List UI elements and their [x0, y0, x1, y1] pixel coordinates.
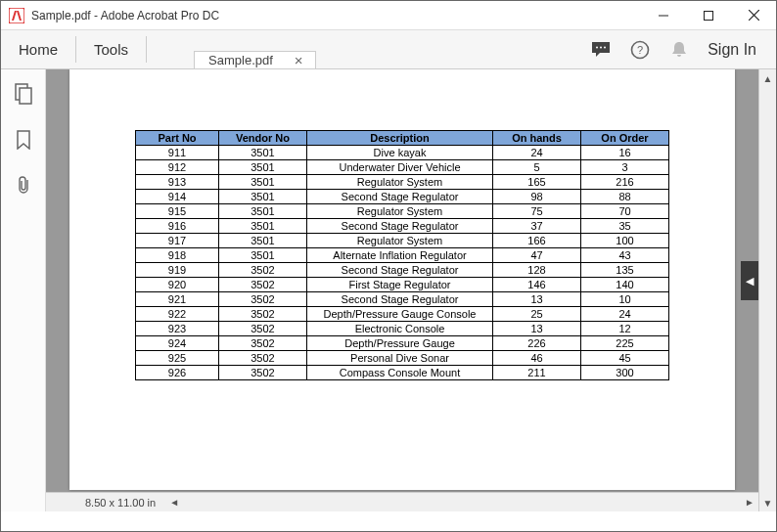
table-cell: 146	[493, 278, 581, 292]
table-cell: 24	[493, 146, 581, 160]
table-cell: 47	[493, 248, 581, 263]
svg-point-6	[600, 46, 602, 48]
home-button[interactable]: Home	[1, 30, 75, 68]
table-cell: 43	[581, 248, 669, 263]
horizontal-scrollbar[interactable]: ◄ ►	[165, 496, 758, 510]
table-row: 9143501Second Stage Regulator9888	[136, 190, 669, 204]
table-row: 9233502Electronic Console1312	[136, 322, 669, 336]
close-button[interactable]	[731, 1, 776, 30]
table-cell: 3502	[219, 322, 307, 336]
column-header: Vendor No	[219, 131, 307, 146]
table-cell: 24	[581, 307, 669, 322]
table-row: 9113501Dive kayak2416	[136, 146, 669, 160]
column-header: On hands	[493, 131, 581, 146]
table-cell: 3501	[219, 190, 307, 204]
table-cell: 37	[493, 219, 581, 234]
table-cell: 226	[493, 336, 581, 351]
help-icon[interactable]: ?	[629, 39, 651, 61]
attachment-icon[interactable]	[15, 175, 32, 199]
main-toolbar: Home Tools Sample.pdf × ? Sign In	[1, 30, 776, 69]
table-cell: Depth/Pressure Gauge	[307, 336, 493, 351]
table-cell: 3501	[219, 204, 307, 219]
tab-label: Sample.pdf	[208, 53, 273, 67]
table-cell: Regulator System	[307, 204, 493, 219]
table-cell: 924	[136, 336, 219, 351]
document-viewport[interactable]: Part NoVendor NoDescriptionOn handsOn Or…	[46, 69, 758, 492]
table-cell: 3502	[219, 292, 307, 307]
table-cell: Second Stage Regulator	[307, 190, 493, 204]
table-cell: 916	[136, 219, 219, 234]
scroll-right-icon[interactable]: ►	[741, 497, 758, 508]
table-cell: 919	[136, 263, 219, 278]
table-cell: 913	[136, 175, 219, 190]
table-cell: 912	[136, 160, 219, 175]
table-cell: Depth/Pressure Gauge Console	[307, 307, 493, 322]
table-row: 9253502Personal Dive Sonar4645	[136, 351, 669, 366]
table-cell: Personal Dive Sonar	[307, 351, 493, 366]
table-row: 9183501Alternate Inflation Regulator4743	[136, 248, 669, 263]
data-table: Part NoVendor NoDescriptionOn handsOn Or…	[135, 130, 669, 380]
column-header: Description	[307, 131, 493, 146]
bookmark-icon[interactable]	[16, 130, 31, 154]
vertical-scrollbar[interactable]: ▲ ▼	[758, 69, 776, 511]
scroll-left-icon[interactable]: ◄	[165, 497, 183, 508]
table-row: 9163501Second Stage Regulator3735	[136, 219, 669, 234]
table-cell: 13	[493, 322, 581, 336]
bell-icon[interactable]	[668, 39, 690, 61]
table-cell: 98	[493, 190, 581, 204]
table-cell: Second Stage Regulator	[307, 292, 493, 307]
table-cell: 211	[493, 366, 581, 380]
thumbnails-icon[interactable]	[14, 83, 33, 109]
table-cell: 12	[581, 322, 669, 336]
table-cell: 3501	[219, 175, 307, 190]
comment-icon[interactable]	[590, 39, 612, 61]
table-cell: 3501	[219, 248, 307, 263]
document-tab[interactable]: Sample.pdf ×	[194, 51, 316, 68]
table-cell: 5	[493, 160, 581, 175]
table-row: 9153501Regulator System7570	[136, 204, 669, 219]
table-cell: 917	[136, 234, 219, 248]
tools-button[interactable]: Tools	[76, 30, 146, 68]
tools-pane-toggle[interactable]: ◀	[741, 261, 758, 300]
svg-text:?: ?	[637, 44, 643, 56]
table-cell: 921	[136, 292, 219, 307]
table-cell: 88	[581, 190, 669, 204]
table-row: 9223502Depth/Pressure Gauge Console2524	[136, 307, 669, 322]
minimize-button[interactable]	[641, 1, 686, 30]
scroll-down-icon[interactable]: ▼	[759, 494, 776, 511]
table-cell: Underwater Diver Vehicle	[307, 160, 493, 175]
table-cell: 140	[581, 278, 669, 292]
table-cell: Second Stage Regulator	[307, 219, 493, 234]
app-icon	[9, 8, 24, 23]
table-cell: 135	[581, 263, 669, 278]
table-row: 9193502Second Stage Regulator128135	[136, 263, 669, 278]
table-cell: 3502	[219, 336, 307, 351]
pdf-page: Part NoVendor NoDescriptionOn handsOn Or…	[69, 69, 735, 490]
table-cell: 925	[136, 351, 219, 366]
table-cell: 3502	[219, 278, 307, 292]
table-cell: 920	[136, 278, 219, 292]
maximize-button[interactable]	[686, 1, 731, 30]
table-row: 9173501Regulator System166100	[136, 234, 669, 248]
column-header: Part No	[136, 131, 219, 146]
table-cell: First Stage Regulator	[307, 278, 493, 292]
table-cell: 46	[493, 351, 581, 366]
table-cell: Regulator System	[307, 175, 493, 190]
table-cell: 70	[581, 204, 669, 219]
table-cell: Alternate Inflation Regulator	[307, 248, 493, 263]
scroll-up-icon[interactable]: ▲	[759, 69, 776, 87]
table-cell: 915	[136, 204, 219, 219]
table-row: 9243502Depth/Pressure Gauge226225	[136, 336, 669, 351]
window-titlebar: Sample.pdf - Adobe Acrobat Pro DC	[1, 1, 776, 30]
table-cell: 914	[136, 190, 219, 204]
table-cell: 35	[581, 219, 669, 234]
table-cell: Second Stage Regulator	[307, 263, 493, 278]
table-cell: 166	[493, 234, 581, 248]
signin-button[interactable]: Sign In	[708, 41, 756, 59]
table-cell: 10	[581, 292, 669, 307]
tab-close-icon[interactable]: ×	[291, 52, 307, 68]
status-bar: 8.50 x 11.00 in ◄ ►	[46, 492, 758, 511]
table-cell: 165	[493, 175, 581, 190]
sidebar	[1, 69, 46, 511]
table-cell: 216	[581, 175, 669, 190]
